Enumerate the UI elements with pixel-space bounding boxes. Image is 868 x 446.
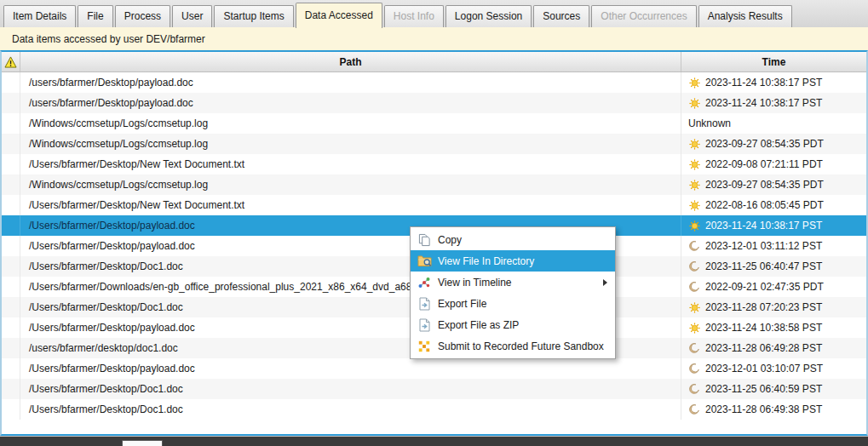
tab-label: Startup Items (223, 10, 284, 22)
warning-cell (2, 379, 20, 399)
time-text: 2023-11-24 10:38:17 PST (705, 97, 822, 109)
path-cell: /Users/bfarmer/Desktop/payload.doc (20, 358, 681, 379)
time-cell: 2022-09-08 07:21:11 PDT (681, 154, 866, 174)
tab-label: User (181, 10, 203, 22)
warning-cell (2, 215, 20, 236)
moon-icon (688, 260, 700, 272)
table-row[interactable]: /users/bfarmer/Desktop/payload.doc 2023-… (2, 72, 866, 93)
table-header-row: Path Time (2, 52, 866, 72)
time-text: Unknown (688, 117, 731, 129)
path-cell: /Windows/ccmsetup/Logs/ccmsetup.log (20, 134, 681, 154)
menu-item-label: Copy (438, 234, 462, 246)
time-text: 2023-11-25 06:40:47 PST (705, 260, 822, 272)
time-cell: 2023-11-25 06:40:47 PST (681, 256, 866, 277)
menu-item-label: Export File as ZIP (438, 319, 519, 331)
time-cell: 2023-12-01 03:11:12 PST (681, 236, 866, 256)
menu-item-copy[interactable]: Copy (411, 229, 615, 250)
taskbar-notch (122, 440, 163, 446)
path-cell: /users/bfarmer/Desktop/payload.doc (20, 72, 681, 93)
menu-item-label: Export File (438, 298, 486, 310)
path-cell: /Users/bfarmer/Desktop/New Text Document… (20, 154, 681, 174)
table-row[interactable]: /Windows/ccmsetup/Logs/ccmsetup.log 2023… (2, 134, 866, 154)
tab-label: Item Details (13, 10, 66, 22)
tab-process[interactable]: Process (115, 5, 170, 27)
sun-icon (688, 199, 700, 211)
tab-user[interactable]: User (172, 5, 212, 27)
time-text: 2023-11-28 06:49:28 PST (705, 342, 822, 354)
time-cell: 2023-11-24 10:38:17 PST (681, 215, 866, 236)
menu-item-export-file[interactable]: Export File (411, 293, 615, 314)
copy-icon (415, 232, 434, 248)
tab-file[interactable]: File (78, 5, 112, 27)
table-row[interactable]: /Users/bfarmer/Desktop/New Text Document… (2, 154, 866, 174)
path-cell: /Windows/ccmsetup/Logs/ccmsetup.log (20, 174, 681, 195)
time-text: 2023-11-28 07:20:23 PST (705, 301, 822, 313)
sun-icon (688, 322, 700, 334)
tab-startup-items[interactable]: Startup Items (214, 5, 293, 27)
table-row[interactable]: /Windows/ccmsetup/Logs/ccmsetup.log Unkn… (2, 113, 866, 134)
path-cell: /Users/bfarmer/Desktop/Doc1.doc (20, 379, 681, 399)
sun-icon (688, 220, 700, 232)
menu-item-export-file-as-zip[interactable]: Export File as ZIP (411, 314, 615, 335)
menu-item-view-in-timeline[interactable]: View in Timeline (411, 272, 615, 293)
time-text: 2023-12-01 03:11:12 PST (705, 240, 822, 252)
time-text: 2023-11-24 10:38:17 PST (705, 220, 822, 232)
submenu-arrow-icon (603, 279, 607, 286)
menu-item-submit-to-recorded-future-sandbox[interactable]: Submit to Recorded Future Sandbox (411, 335, 615, 357)
warning-cell (2, 195, 20, 215)
time-text: 2022-08-16 08:05:45 PDT (705, 199, 824, 211)
warning-cell (2, 236, 20, 256)
tab-strip: Item DetailsFileProcessUserStartup Items… (0, 0, 868, 27)
tab-label: Data Accessed (305, 9, 373, 21)
sandbox-icon (415, 339, 434, 354)
warning-cell (2, 358, 20, 379)
tab-logon-session[interactable]: Logon Session (445, 5, 532, 27)
time-text: 2023-09-27 08:54:35 PDT (705, 179, 824, 191)
time-column-header[interactable]: Time (681, 52, 866, 71)
time-text: 2023-11-25 06:40:59 PST (705, 383, 822, 395)
time-cell: 2023-12-01 03:10:07 PST (681, 358, 866, 379)
table-row[interactable]: /Users/bfarmer/Desktop/Doc1.doc 2023-11-… (2, 379, 866, 399)
moon-icon (688, 363, 700, 375)
warning-cell (2, 72, 20, 93)
sun-icon (688, 138, 700, 150)
timeline-icon (415, 275, 434, 290)
warning-column-header[interactable] (2, 52, 20, 71)
export-file-icon (415, 296, 434, 312)
tab-label: Process (124, 10, 161, 22)
tab-label: Other Occurrences (601, 10, 687, 22)
tab-host-info: Host Info (384, 5, 444, 27)
sun-icon (688, 97, 700, 109)
tab-analysis-results[interactable]: Analysis Results (698, 5, 792, 27)
tab-label: File (87, 10, 103, 22)
time-cell: Unknown (681, 113, 866, 134)
warning-cell (2, 317, 20, 338)
warning-cell (2, 154, 20, 174)
table-row[interactable]: /Users/bfarmer/Desktop/payload.doc 2023-… (2, 358, 866, 379)
time-text: 2023-12-01 03:10:07 PST (705, 363, 823, 375)
time-cell: 2023-11-28 06:49:28 PST (681, 338, 866, 358)
table-row[interactable]: /Users/bfarmer/Desktop/Doc1.doc 2023-11-… (2, 399, 866, 420)
table-row[interactable]: /Users/bfarmer/Desktop/New Text Document… (2, 195, 866, 215)
tab-other-occurrences: Other Occurrences (591, 5, 696, 27)
tab-label: Analysis Results (708, 10, 783, 22)
time-text: 2022-09-08 07:21:11 PDT (705, 158, 823, 170)
warning-cell (2, 399, 20, 420)
path-cell: /Users/bfarmer/Desktop/New Text Document… (20, 195, 681, 215)
time-cell: 2022-08-16 08:05:45 PDT (681, 195, 866, 215)
time-cell: 2023-11-24 10:38:58 PST (681, 317, 866, 338)
warning-cell (2, 297, 20, 317)
path-cell: /users/bfarmer/Desktop/payload.doc (20, 93, 681, 113)
time-text: 2023-11-28 06:49:38 PST (705, 403, 822, 415)
table-row[interactable]: /Windows/ccmsetup/Logs/ccmsetup.log 2023… (2, 174, 866, 195)
tab-data-accessed[interactable]: Data Accessed (296, 3, 382, 28)
menu-item-label: Submit to Recorded Future Sandbox (438, 340, 604, 352)
time-cell: 2023-11-24 10:38:17 PST (681, 93, 866, 113)
menu-item-view-file-in-directory[interactable]: View File In Directory (411, 250, 615, 272)
export-zip-icon (415, 317, 434, 333)
tab-sources[interactable]: Sources (533, 5, 589, 27)
menu-item-label: View in Timeline (438, 277, 511, 289)
path-column-header[interactable]: Path (20, 52, 681, 71)
table-row[interactable]: /users/bfarmer/Desktop/payload.doc 2023-… (2, 93, 866, 113)
tab-item-details[interactable]: Item Details (3, 5, 76, 27)
